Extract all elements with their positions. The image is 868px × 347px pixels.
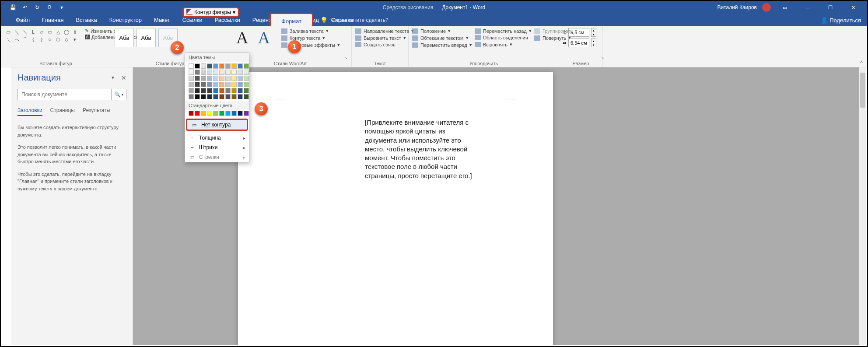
shape-outline-button[interactable]: Контур фигуры ▾ (182, 7, 239, 18)
color-swatch[interactable] (207, 88, 212, 93)
tell-me-search[interactable]: 💡 Что вы хотите сделать? (320, 17, 388, 24)
color-swatch[interactable] (225, 94, 231, 99)
scroll-thumb[interactable] (860, 73, 865, 108)
qa-customize-icon[interactable]: ▾ (59, 4, 65, 11)
color-swatch[interactable] (244, 76, 249, 81)
wrap-text-button[interactable]: Обтекание текстом▾ (412, 35, 472, 41)
search-button[interactable]: 🔍▾ (111, 89, 126, 100)
color-swatch[interactable] (231, 82, 237, 87)
nav-search[interactable]: 🔍▾ (18, 89, 126, 100)
color-swatch[interactable] (195, 88, 200, 93)
undo-icon[interactable]: ↶ (22, 4, 28, 11)
align-button[interactable]: Выровнять▾ (475, 42, 532, 47)
color-swatch[interactable] (225, 70, 231, 75)
color-swatch[interactable] (219, 94, 224, 99)
no-outline-item[interactable]: ▭ Нет контура (186, 119, 248, 131)
color-swatch[interactable] (219, 76, 224, 81)
height-spinner[interactable]: ▴▾ (591, 28, 596, 37)
position-button[interactable]: Положение▾ (412, 28, 472, 34)
search-input[interactable] (18, 89, 111, 100)
wordart-preset[interactable]: A (233, 28, 252, 47)
color-swatch[interactable] (195, 94, 200, 99)
color-swatch[interactable] (244, 94, 249, 99)
standard-colors-row[interactable] (185, 110, 249, 119)
color-swatch[interactable] (231, 94, 237, 99)
nav-tab-pages[interactable]: Страницы (50, 107, 75, 116)
color-swatch[interactable] (238, 82, 243, 87)
color-swatch[interactable] (231, 76, 237, 81)
align-text-button[interactable]: Выровнять текст▾ (355, 35, 414, 41)
shapes-gallery[interactable]: ▭＼＼L▱▭△◯⇧ ㄟへ⌒{}☆⬠◇▾ (4, 28, 79, 43)
color-swatch[interactable] (219, 82, 224, 87)
dialog-launcher-icon[interactable]: ↘ (601, 56, 604, 60)
wordart-preset[interactable]: A (254, 28, 273, 47)
color-swatch[interactable] (207, 70, 212, 75)
chevron-down-icon[interactable]: ▼ (111, 75, 115, 80)
color-swatch[interactable] (213, 70, 218, 75)
color-swatch[interactable] (213, 94, 218, 99)
color-swatch[interactable] (231, 63, 237, 69)
theme-colors-grid[interactable] (185, 62, 249, 101)
width-input[interactable] (568, 39, 589, 47)
color-swatch[interactable] (238, 70, 243, 75)
shape-style-preset[interactable]: Абв (115, 28, 134, 47)
color-swatch[interactable] (201, 94, 206, 99)
vertical-scrollbar[interactable] (859, 67, 866, 345)
text-box-content[interactable]: [Привлеките внимание читателя с помощью … (365, 118, 474, 180)
text-direction-button[interactable]: Направление текста▾ (355, 28, 414, 34)
selection-pane-button[interactable]: Область выделения (475, 35, 532, 40)
color-swatch[interactable] (207, 63, 212, 69)
color-swatch[interactable] (195, 63, 200, 69)
dashes-submenu[interactable]: ┅ Штрихи ▸ (185, 143, 249, 152)
color-swatch[interactable] (231, 88, 237, 93)
text-outline-button[interactable]: Контур текста▾ (281, 35, 340, 41)
color-swatch[interactable] (195, 70, 200, 75)
save-icon[interactable]: 💾 (10, 4, 16, 11)
color-swatch[interactable] (207, 76, 212, 81)
color-swatch[interactable] (195, 111, 200, 116)
color-swatch[interactable] (244, 70, 249, 75)
share-button[interactable]: 👤 Поделиться (821, 17, 861, 24)
create-link-button[interactable]: Создать связь (355, 42, 414, 47)
color-swatch[interactable] (231, 70, 237, 75)
user-name[interactable]: Виталий Каиров (717, 4, 757, 11)
color-swatch[interactable] (201, 76, 206, 81)
color-swatch[interactable] (207, 111, 212, 116)
nav-tab-results[interactable]: Результаты (83, 107, 110, 116)
color-swatch[interactable] (201, 70, 206, 75)
symbol-icon[interactable]: Ω (46, 4, 52, 11)
color-swatch[interactable] (201, 63, 206, 69)
color-swatch[interactable] (207, 82, 212, 87)
ribbon-options-icon[interactable]: ▭ (776, 1, 794, 14)
color-swatch[interactable] (225, 63, 231, 69)
redo-icon[interactable]: ↻ (34, 4, 40, 11)
color-swatch[interactable] (244, 82, 249, 87)
text-fill-button[interactable]: Заливка текста▾ (281, 28, 340, 34)
tab-design[interactable]: Конструктор (103, 14, 148, 26)
bring-forward-button[interactable]: Переместить вперед▾ (412, 42, 472, 48)
color-swatch[interactable] (189, 94, 194, 99)
color-swatch[interactable] (213, 88, 218, 93)
color-swatch[interactable] (225, 76, 231, 81)
color-swatch[interactable] (244, 88, 249, 93)
dialog-launcher-icon[interactable]: ↘ (344, 56, 348, 60)
page[interactable]: [Привлеките внимание читателя с помощью … (238, 72, 553, 345)
color-swatch[interactable] (189, 76, 194, 81)
color-swatch[interactable] (189, 63, 194, 69)
color-swatch[interactable] (225, 111, 231, 116)
color-swatch[interactable] (225, 88, 231, 93)
tab-home[interactable]: Главная (36, 14, 70, 26)
color-swatch[interactable] (207, 94, 212, 99)
color-swatch[interactable] (201, 82, 206, 87)
color-swatch[interactable] (189, 70, 194, 75)
weight-submenu[interactable]: ≡ Толщина ▸ (185, 133, 249, 143)
color-swatch[interactable] (231, 111, 237, 116)
color-swatch[interactable] (213, 76, 218, 81)
color-swatch[interactable] (238, 88, 243, 93)
color-swatch[interactable] (213, 82, 218, 87)
nav-tab-headings[interactable]: Заголовки (18, 107, 42, 116)
user-avatar-icon[interactable] (762, 3, 771, 12)
color-swatch[interactable] (238, 76, 243, 81)
collapse-ribbon-icon[interactable]: ㅅ (859, 59, 864, 65)
color-swatch[interactable] (213, 63, 218, 69)
